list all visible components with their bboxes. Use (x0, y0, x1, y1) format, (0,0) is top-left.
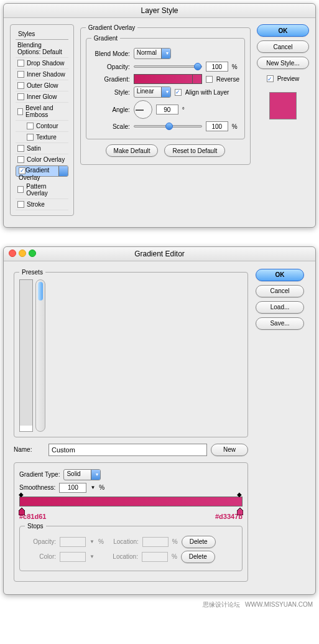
load-button[interactable]: Load... (256, 301, 304, 314)
align-checkbox[interactable] (175, 89, 182, 96)
color-stop-left[interactable] (19, 508, 25, 514)
minimize-icon[interactable] (19, 250, 26, 257)
style-texture[interactable]: Texture (16, 132, 68, 143)
style-label: Style: (91, 89, 130, 96)
preset-swatch[interactable] (31, 296, 32, 312)
gradient-overlay-group: Gradient Overlay Gradient Blend Mode: No… (80, 24, 251, 165)
style-color-overlay[interactable]: Color Overlay (16, 154, 68, 166)
reset-default-button[interactable]: Reset to Default (164, 144, 225, 157)
name-input[interactable] (49, 444, 207, 456)
close-icon[interactable] (9, 250, 16, 257)
type-label: Gradient Type: (19, 471, 60, 478)
preset-swatch[interactable] (31, 377, 32, 393)
ok-button[interactable]: OK (256, 269, 304, 281)
preset-swatch[interactable] (31, 329, 32, 345)
preview-swatch (269, 92, 297, 119)
layer-style-dialog: Layer Style Styles Blending Options: Def… (3, 3, 316, 228)
preview-checkbox[interactable] (267, 75, 274, 82)
style-contour[interactable]: Contour (16, 121, 68, 132)
type-select[interactable]: Solid▾ (63, 469, 101, 480)
style-outer-glow[interactable]: Outer Glow (16, 80, 68, 91)
blend-mode-select[interactable]: Normal▾ (134, 48, 171, 59)
style-bevel-emboss[interactable]: Bevel and Emboss (16, 103, 68, 121)
stop-color-location-input[interactable] (142, 552, 168, 562)
gradient-bar[interactable] (19, 497, 243, 506)
preset-scrollbar[interactable] (35, 279, 45, 432)
angle-dial[interactable] (134, 100, 152, 119)
footer-cn: 思缘设计论坛 (203, 601, 240, 608)
make-default-button[interactable]: Make Default (106, 144, 159, 157)
new-style-button[interactable]: New Style... (257, 57, 309, 69)
gradient-swatch[interactable] (134, 74, 202, 84)
gradient-settings: Gradient Type: Solid▾ Smoothness: ▼ % #c… (14, 462, 248, 582)
opacity-stop-left[interactable] (19, 490, 25, 497)
presets-group: Presets (14, 269, 248, 437)
style-inner-glow[interactable]: Inner Glow (16, 91, 68, 103)
cancel-button[interactable]: Cancel (257, 40, 309, 53)
scale-slider[interactable] (134, 125, 202, 128)
blending-options[interactable]: Blending Options: Default (16, 40, 68, 58)
style-drop-shadow[interactable]: Drop Shadow (16, 58, 68, 69)
opacity-label: Opacity: (91, 63, 130, 70)
preset-swatch[interactable] (31, 361, 32, 377)
reverse-checkbox[interactable] (206, 76, 213, 83)
angle-input[interactable] (156, 105, 178, 114)
titlebar: Gradient Editor (4, 247, 315, 261)
preset-swatch[interactable] (31, 312, 32, 329)
ok-button[interactable]: OK (257, 24, 309, 37)
stop-location-input[interactable] (142, 537, 169, 547)
cancel-button[interactable]: Cancel (256, 285, 304, 297)
save-button[interactable]: Save... (256, 317, 304, 330)
stop-opacity-input[interactable] (60, 537, 86, 547)
titlebar: Layer Style (4, 4, 315, 18)
smooth-input[interactable] (59, 483, 86, 493)
styles-header[interactable]: Styles (16, 29, 68, 40)
delete-color-stop-button[interactable]: Delete (181, 551, 215, 563)
gradient-editor-dialog: Gradient Editor Presets Name: New Gradie… (3, 246, 316, 595)
style-inner-shadow[interactable]: Inner Shadow (16, 69, 68, 80)
preset-swatch[interactable] (31, 409, 32, 426)
stops-group: Stops Opacity: ▼ % Location: % Delete Co… (19, 523, 243, 571)
preset-swatch[interactable] (31, 280, 32, 296)
delete-opacity-stop-button[interactable]: Delete (182, 536, 216, 548)
dropdown-icon[interactable]: ▼ (90, 485, 95, 490)
style-select[interactable]: Linear▾ (134, 86, 171, 98)
angle-label: Angle: (91, 106, 130, 113)
footer-url: WWW.MISSYUAN.COM (245, 601, 313, 608)
scale-label: Scale: (91, 123, 130, 130)
opacity-slider[interactable] (134, 65, 202, 68)
style-stroke[interactable]: Stroke (16, 199, 68, 210)
style-grad-overlay[interactable]: Gradient Overlay (16, 166, 68, 177)
zoom-icon[interactable] (29, 250, 36, 257)
new-button[interactable]: New (211, 444, 248, 456)
blend-mode-label: Blend Mode: (91, 50, 130, 57)
name-label: Name: (14, 446, 45, 453)
styles-list: Styles Blending Options: Default Drop Sh… (10, 24, 74, 216)
scale-input[interactable] (206, 121, 228, 131)
stop-color-swatch[interactable] (60, 552, 86, 562)
color-stop-right[interactable] (237, 508, 243, 514)
opacity-stop-right[interactable] (237, 490, 243, 497)
opacity-input[interactable] (206, 62, 228, 72)
gradient-label: Gradient: (91, 76, 130, 83)
gradient-inner-group: Gradient Blend Mode: Normal▾ Opacity: % … (86, 35, 245, 139)
window-title: Layer Style (141, 6, 178, 15)
preset-swatch[interactable] (31, 393, 32, 409)
window-title: Gradient Editor (134, 250, 185, 258)
style-pattern-overlay[interactable]: Pattern Overlay (16, 181, 68, 199)
preset-grid[interactable] (19, 279, 33, 432)
style-satin[interactable]: Satin (16, 143, 68, 154)
preset-swatch[interactable] (31, 345, 32, 361)
